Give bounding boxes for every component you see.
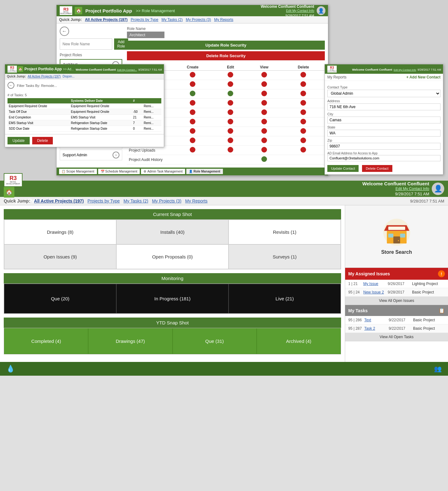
update-contact-button[interactable]: Update Contact [327,165,359,172]
contact-edit-link[interactable]: Edit My Contact Info [394,68,416,71]
perm-edit[interactable] [215,99,247,108]
state-input[interactable] [327,130,440,137]
perm-delete[interactable] [282,146,325,155]
snap-open-proposals[interactable]: Open Proposals (0) [116,244,229,269]
task-link-2[interactable]: Task 2 [364,326,386,331]
perm-edit[interactable] [215,118,247,127]
issue-link-2[interactable]: New Issue 2 [363,290,385,294]
tab-admin-task[interactable]: ⚙ Admin Task Management [141,169,185,174]
main-qj-all[interactable]: All Active Projects (197) [34,198,84,203]
qj-projects-by-type[interactable]: Projects by Type [131,18,159,22]
perm-create[interactable] [171,136,215,146]
ytd-drawings[interactable]: Drawings (47) [88,328,172,354]
contact-type-select[interactable]: Global Admin [327,90,440,97]
issue-link-1[interactable]: My Issue [363,282,385,286]
qj-my-projects[interactable]: My Projects (3) [186,18,211,22]
zip-input[interactable] [327,143,440,150]
perm-edit[interactable] [215,127,247,136]
main-qj-projects[interactable]: My Projects (3) [152,198,181,203]
perm-edit[interactable] [215,146,247,155]
task-link-1[interactable]: Text [364,318,386,322]
tasks-home-icon[interactable]: 🏠 [18,66,23,72]
snap-revisits[interactable]: Revisits (1) [229,220,341,244]
perm-view[interactable] [246,136,282,146]
delete-task-button[interactable]: Delete [32,137,53,144]
snap-open-issues[interactable]: Open Issues (9) [4,244,116,269]
perm-create[interactable] [171,146,215,155]
perm-delete[interactable] [282,136,325,146]
qj-my-reports[interactable]: My Reports [214,18,233,22]
tasks-back-btn[interactable]: ← [8,82,14,89]
main-home-icon[interactable]: 🏠 [4,187,14,198]
main-qj-type[interactable]: Projects by Type [88,198,120,203]
new-role-input[interactable] [60,38,112,50]
home-icon[interactable]: 🏠 [75,7,82,14]
tasks-qj-all[interactable]: All Active Projects (197) [28,75,61,78]
tab-role-management[interactable]: 👤 Role Management [186,169,223,174]
monitoring-in-progress[interactable]: In Progress (181) [116,284,229,313]
view-all-tasks-button[interactable]: View All Open Tasks [345,333,448,341]
perm-edit[interactable] [215,136,247,146]
perm-delete[interactable] [282,80,325,89]
snap-drawings[interactable]: Drawings (8) [4,220,116,244]
bottom-bar-people-icon[interactable]: 👥 [434,365,442,373]
snap-surveys[interactable]: Surveys (1) [229,244,341,269]
address-input[interactable] [327,103,440,110]
main-qj-reports[interactable]: My Reports [185,198,208,203]
perm-create[interactable] [171,71,215,80]
perm-delete[interactable] [282,89,325,99]
perm-view[interactable] [246,146,282,155]
main-user-avatar[interactable]: 👤 [432,183,444,195]
perm-create[interactable] [171,89,215,99]
perm-create[interactable] [171,80,215,89]
perm-view[interactable] [246,155,282,164]
perm-view[interactable] [246,108,282,118]
update-task-button[interactable]: Update [8,137,30,144]
perm-edit[interactable] [215,80,247,89]
main-edit-link[interactable]: Edit My Contact Info [362,187,429,191]
store-search-area[interactable]: Store Search [345,205,448,268]
perm-create[interactable] [171,99,215,108]
ad-email-input[interactable] [327,155,440,161]
perm-view[interactable] [246,80,282,89]
qj-all-projects[interactable]: All Active Projects (197) [85,18,128,22]
perm-edit[interactable] [215,71,247,80]
delete-role-button[interactable]: Delete Role Security [127,51,325,60]
perm-delete[interactable] [282,108,325,118]
add-contact-button[interactable]: + Add New Contact [406,75,440,79]
monitoring-que[interactable]: Que (20) [4,284,116,313]
city-input[interactable] [327,117,440,123]
monitoring-live[interactable]: Live (21) [229,284,341,313]
edit-contact-link[interactable]: Edit My Contact Info [261,9,314,13]
delete-contact-button[interactable]: Delete Contact [362,165,392,172]
perm-delete[interactable] [282,118,325,127]
update-role-button[interactable]: Update Role Security [127,41,325,50]
perm-edit[interactable] [215,89,247,99]
perm-create[interactable] [171,108,215,118]
ytd-que[interactable]: Que (31) [173,328,257,354]
perm-create[interactable] [171,155,215,164]
perm-create[interactable] [171,127,215,136]
perm-delete[interactable] [282,155,325,164]
perm-delete[interactable] [282,99,325,108]
perm-delete[interactable] [282,127,325,136]
perm-delete[interactable] [282,71,325,80]
main-qj-tasks[interactable]: My Tasks (2) [123,198,148,203]
back-button[interactable]: ← [60,27,69,36]
tab-scope-management[interactable]: 📋 Scope Management [59,169,97,174]
role-item-support-admin[interactable]: Support Admin › [60,150,122,160]
tasks-edit-link[interactable]: Edit My Contact... [117,68,137,71]
qj-my-tasks[interactable]: My Tasks (2) [161,18,183,22]
view-all-issues-button[interactable]: View All Open Issues [345,297,448,305]
ytd-archived[interactable]: Archived (4) [257,328,341,354]
perm-create[interactable] [171,118,215,127]
perm-view[interactable] [246,99,282,108]
perm-edit[interactable] [215,155,247,164]
perm-edit[interactable] [215,108,247,118]
snap-installs[interactable]: Installs (40) [116,220,229,244]
perm-view[interactable] [246,89,282,99]
tab-schedule-management[interactable]: 📅 Schedule Management [98,169,140,174]
user-avatar[interactable]: 👤 [317,6,325,15]
ytd-completed[interactable]: Completed (4) [4,328,88,354]
perm-view[interactable] [246,118,282,127]
